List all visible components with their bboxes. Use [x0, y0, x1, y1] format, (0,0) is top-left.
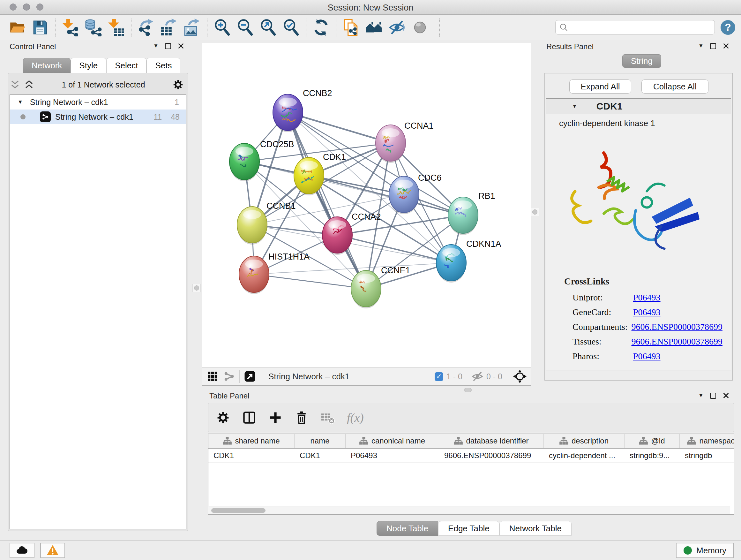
network-node-CCNA1[interactable] [376, 125, 406, 163]
tab-select[interactable]: Select [106, 58, 146, 73]
apply-preferred-layout-button[interactable] [310, 17, 333, 38]
zoom-out-button[interactable] [233, 17, 257, 38]
crosslink-link[interactable]: P06493 [633, 307, 661, 317]
grid-view-icon[interactable] [207, 371, 218, 382]
show-columns-icon[interactable] [242, 411, 256, 425]
right-divider-handle[interactable] [531, 208, 539, 216]
export-image-button[interactable] [181, 17, 204, 38]
tab-sets[interactable]: Sets [146, 58, 180, 73]
entry-expander-icon[interactable]: ▼ [572, 103, 577, 110]
node-entry-header[interactable]: ▼ CDK1 [546, 99, 731, 114]
table-settings-gear-icon[interactable] [216, 411, 230, 425]
edge-CCNA2-CDKN1A[interactable] [337, 235, 451, 263]
network-node-CCNE1[interactable] [351, 270, 381, 308]
column-header-namespace[interactable]: namespace [680, 434, 734, 448]
edge-HIST1H1A-CCNE1[interactable] [254, 274, 366, 289]
tab-edge-table[interactable]: Edge Table [438, 521, 499, 536]
cell-canonical-name[interactable]: P06493 [346, 449, 439, 462]
cell-name[interactable]: CDK1 [294, 449, 346, 462]
panel-menu-icon[interactable]: ▼ [698, 43, 704, 49]
edge-CCNB2-CCNA1[interactable] [288, 112, 391, 143]
left-divider-handle[interactable] [192, 284, 201, 292]
collapse-all-button[interactable]: Collapse All [642, 79, 709, 94]
help-button[interactable]: ? [721, 20, 735, 35]
column-header-name[interactable]: name [294, 434, 346, 448]
hidden-eye-slash-icon[interactable] [472, 371, 483, 382]
network-row-selected[interactable]: String Network – cdk1 11 48 [10, 110, 186, 124]
table-row[interactable]: CDK1CDK1P064939606.ENSP00000378699cyclin… [208, 449, 734, 462]
network-graph[interactable]: CCNB2CCNA1CDC25BCDK1CDC6RB1CCNB1CCNA2CDK… [202, 43, 531, 367]
column-header-canonical-name[interactable]: canonical name [346, 434, 439, 448]
panel-close-icon[interactable] [178, 43, 185, 50]
hide-selection-button[interactable] [386, 17, 408, 38]
column-header-@id[interactable]: @id [624, 434, 680, 448]
first-neighbors-button[interactable] [362, 17, 386, 38]
tab-network-table[interactable]: Network Table [499, 521, 571, 536]
column-header-shared-name[interactable]: shared name [208, 434, 294, 448]
cell-@id[interactable]: stringdb:9... [624, 449, 680, 462]
crosslink-link[interactable]: 9606.ENSP00000378699 [631, 322, 723, 332]
network-node-RB1[interactable] [448, 197, 478, 235]
network-node-CCNA2[interactable] [322, 217, 352, 255]
column-header-description[interactable]: description [544, 434, 624, 448]
network-options-gear-icon[interactable] [172, 79, 184, 90]
column-header-database-identifier[interactable]: database identifier [439, 434, 544, 448]
panel-menu-icon[interactable]: ▼ [698, 392, 704, 399]
network-node-CDC25B[interactable] [229, 143, 259, 181]
tab-network[interactable]: Network [23, 58, 71, 73]
tab-node-table[interactable]: Node Table [377, 521, 438, 536]
cell-namespace[interactable]: stringdb [680, 449, 734, 462]
collapse-all-networks-icon[interactable] [10, 79, 20, 90]
add-column-icon[interactable] [268, 411, 282, 425]
delete-column-icon[interactable] [294, 411, 309, 425]
selected-checkbox-icon[interactable]: ✓ [434, 372, 443, 381]
edge-CCNB2-CCNE1[interactable] [288, 112, 366, 289]
panel-close-icon[interactable] [723, 43, 730, 50]
crosslink-link[interactable]: 9606.ENSP00000378699 [631, 336, 723, 347]
cell-database-identifier[interactable]: 9606.ENSP00000378699 [439, 449, 544, 462]
expand-all-button[interactable]: Expand All [569, 79, 631, 94]
memory-button[interactable]: Memory [676, 543, 734, 558]
cloud-button[interactable] [10, 543, 35, 558]
birds-eye-crosshair-icon[interactable] [513, 370, 527, 383]
table-horizontal-scrollbar[interactable] [208, 506, 730, 514]
new-network-from-selection-button[interactable] [340, 17, 362, 38]
import-network-from-file-button[interactable] [59, 17, 82, 38]
panel-float-icon[interactable] [165, 43, 171, 49]
share-view-icon[interactable] [223, 371, 235, 382]
panel-float-icon[interactable] [710, 393, 716, 399]
network-node-CDK1[interactable] [294, 158, 324, 195]
detach-view-icon[interactable] [244, 371, 256, 382]
network-canvas[interactable]: CCNB2CCNA1CDC25BCDK1CDC6RB1CCNB1CCNA2CDK… [202, 43, 531, 367]
search-input[interactable] [555, 20, 715, 35]
zoom-selected-button[interactable] [280, 17, 302, 38]
panel-menu-icon[interactable]: ▼ [153, 43, 158, 49]
panel-close-icon[interactable] [723, 392, 730, 399]
scrollbar-thumb[interactable] [211, 508, 266, 513]
network-collection-row[interactable]: ▼ String Network – cdk1 1 [10, 95, 186, 110]
network-node-CDKN1A[interactable] [436, 245, 466, 283]
crosslink-link[interactable]: P06493 [633, 293, 661, 303]
zoom-in-button[interactable] [211, 17, 233, 38]
panel-float-icon[interactable] [710, 43, 716, 49]
export-table-button[interactable] [158, 17, 181, 38]
export-network-button[interactable] [135, 17, 158, 38]
network-node-HIST1H1A[interactable] [239, 256, 269, 294]
save-session-button[interactable] [29, 17, 52, 38]
tab-string[interactable]: String [622, 54, 661, 68]
zoom-fit-content-button[interactable] [257, 17, 280, 38]
network-node-CDC6[interactable] [389, 176, 419, 214]
warnings-button[interactable] [40, 543, 65, 558]
tab-style[interactable]: Style [71, 58, 106, 73]
open-session-button[interactable] [6, 17, 29, 38]
crosslink-link[interactable]: P06493 [633, 351, 661, 361]
horizontal-divider-handle[interactable] [464, 388, 472, 392]
show-all-button[interactable] [408, 17, 431, 38]
import-network-from-database-button[interactable] [82, 17, 105, 38]
collection-expander-icon[interactable]: ▼ [17, 99, 23, 105]
network-node-CCNB1[interactable] [237, 206, 267, 245]
expand-all-networks-icon[interactable] [23, 79, 35, 90]
cell-shared-name[interactable]: CDK1 [208, 449, 294, 462]
network-node-CCNB2[interactable] [273, 94, 303, 132]
cell-description[interactable]: cyclin-dependent ... [544, 449, 624, 462]
